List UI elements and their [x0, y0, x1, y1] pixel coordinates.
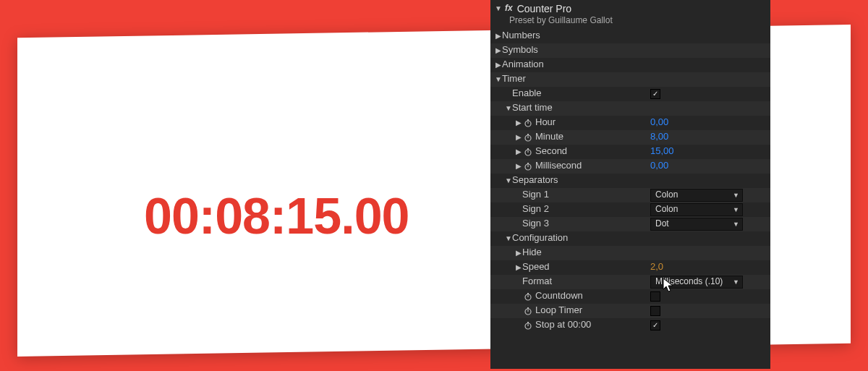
stopwatch-icon[interactable] — [524, 148, 532, 156]
prop-sign-3: Sign 3 Dot▼ — [490, 217, 770, 231]
stopwatch-icon[interactable] — [524, 133, 532, 142]
prop-hour: Hour 0,00 — [490, 116, 770, 130]
prop-sign-1: Sign 1 Colon▼ — [490, 188, 770, 202]
enable-checkbox[interactable]: ✓ — [650, 89, 660, 99]
disclosure-triangle-icon[interactable] — [505, 234, 512, 243]
group-separators[interactable]: Separators — [490, 174, 770, 188]
minute-value[interactable]: 8,00 — [650, 132, 668, 142]
second-value[interactable]: 15,00 — [650, 146, 674, 157]
disclosure-triangle-icon[interactable] — [505, 104, 512, 113]
svg-rect-19 — [527, 322, 529, 323]
disclosure-triangle-icon[interactable] — [495, 75, 502, 84]
prop-sign-2: Sign 2 Colon▼ — [490, 202, 770, 217]
prop-speed: Speed 2,0 — [490, 260, 770, 275]
group-symbols[interactable]: Symbols — [490, 43, 770, 58]
group-numbers[interactable]: Numbers — [490, 29, 770, 43]
disclosure-triangle-icon[interactable] — [515, 148, 522, 156]
sign-1-dropdown[interactable]: Colon▼ — [650, 189, 743, 202]
countdown-checkbox[interactable] — [650, 291, 660, 302]
group-animation[interactable]: Animation — [490, 58, 770, 72]
prop-loop-timer: Loop Timer — [490, 304, 770, 318]
disclosure-triangle-icon[interactable] — [495, 46, 502, 55]
svg-rect-13 — [527, 293, 529, 294]
group-timer[interactable]: Timer — [490, 72, 770, 87]
group-start-time[interactable]: Start time — [490, 101, 770, 116]
disclosure-triangle-icon[interactable] — [515, 263, 522, 272]
svg-rect-1 — [527, 119, 529, 121]
group-hide[interactable]: Hide — [490, 246, 770, 260]
stopwatch-icon[interactable] — [524, 119, 532, 127]
prop-minute: Minute 8,00 — [490, 130, 770, 145]
chevron-down-icon: ▼ — [733, 278, 739, 286]
sign-3-dropdown[interactable]: Dot▼ — [650, 218, 743, 231]
loop-timer-checkbox[interactable] — [650, 306, 660, 316]
prop-stop-at-zero: Stop at 00:00 ✓ — [490, 318, 770, 333]
svg-rect-10 — [527, 163, 529, 164]
chevron-down-icon: ▼ — [733, 192, 739, 199]
effect-header[interactable]: fx Counter Pro — [490, 0, 770, 16]
stopwatch-icon[interactable] — [524, 307, 532, 315]
format-dropdown[interactable]: Milliseconds (.10)▼ — [650, 276, 743, 289]
effect-toggle-triangle-icon[interactable] — [495, 4, 502, 13]
effect-subtitle: Preset by Guillaume Gallot — [490, 16, 770, 29]
disclosure-triangle-icon[interactable] — [515, 162, 522, 171]
prop-second: Second 15,00 — [490, 145, 770, 159]
stopwatch-icon[interactable] — [524, 162, 532, 171]
counter-output-text: 00:08:15.00 — [144, 187, 409, 245]
svg-rect-4 — [527, 134, 529, 135]
stopwatch-icon[interactable] — [524, 321, 532, 330]
prop-millisecond: Millisecond 0,00 — [490, 159, 770, 174]
disclosure-triangle-icon[interactable] — [495, 32, 502, 40]
disclosure-triangle-icon[interactable] — [515, 249, 522, 257]
effect-controls-panel: fx Counter Pro Preset by Guillaume Gallo… — [490, 0, 770, 369]
effect-title: Counter Pro — [517, 3, 571, 14]
fx-badge-icon: fx — [505, 4, 513, 14]
disclosure-triangle-icon[interactable] — [515, 133, 522, 142]
stopwatch-icon[interactable] — [524, 292, 532, 301]
prop-format: Format Milliseconds (.10)▼ — [490, 275, 770, 289]
group-configuration[interactable]: Configuration — [490, 231, 770, 246]
chevron-down-icon: ▼ — [733, 221, 739, 228]
stop-at-zero-checkbox[interactable]: ✓ — [650, 320, 660, 331]
svg-rect-7 — [527, 148, 529, 150]
disclosure-triangle-icon[interactable] — [505, 176, 512, 185]
disclosure-triangle-icon[interactable] — [515, 119, 522, 127]
speed-value[interactable]: 2,0 — [650, 262, 663, 273]
prop-countdown: Countdown — [490, 289, 770, 304]
hour-value[interactable]: 0,00 — [650, 117, 668, 128]
chevron-down-icon: ▼ — [733, 206, 739, 213]
sign-2-dropdown[interactable]: Colon▼ — [650, 203, 743, 216]
prop-enable: Enable ✓ — [490, 87, 770, 101]
millisecond-value[interactable]: 0,00 — [650, 161, 668, 171]
disclosure-triangle-icon[interactable] — [495, 61, 502, 69]
svg-rect-16 — [527, 307, 529, 309]
